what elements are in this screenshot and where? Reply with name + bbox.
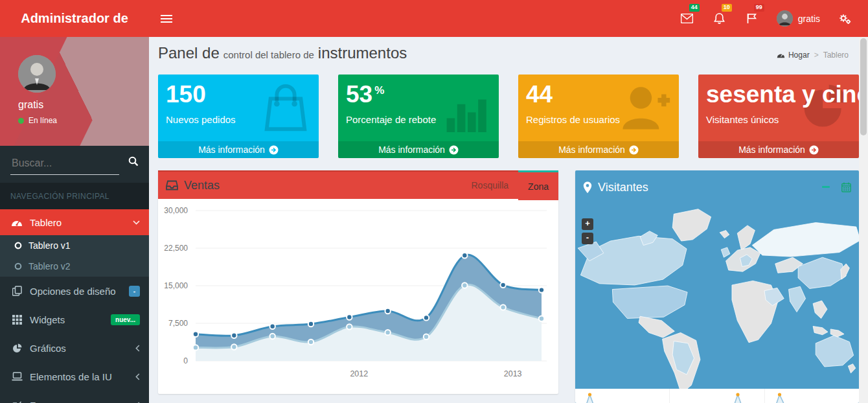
sidebar-item-elementos-iu[interactable]: Elementos de la IU: [0, 362, 149, 391]
dashboard-icon: [10, 218, 23, 227]
world-map: + -: [575, 204, 859, 389]
sidebar-user-name: gratis: [18, 99, 43, 111]
sparkline-3: [764, 389, 859, 403]
svg-text:2013: 2013: [504, 369, 522, 378]
visitors-box: Visitantes: [575, 170, 859, 403]
bell-icon: [714, 13, 725, 25]
svg-text:7,500: 7,500: [168, 319, 188, 328]
svg-text:2012: 2012: [350, 369, 368, 378]
dashboard-icon: [777, 52, 785, 58]
copy-icon: [10, 286, 23, 296]
collapse-minus-icon[interactable]: [822, 186, 830, 189]
country-usa: [612, 286, 687, 318]
circle-o-icon: [14, 262, 22, 270]
region-southeast-asia: [813, 301, 827, 318]
region-scandinavia: [737, 225, 755, 250]
breadcrumb-current: Tablero: [823, 51, 849, 60]
more-info-link[interactable]: Más información: [158, 141, 319, 158]
top-navbar: 44 10 99 gratis: [149, 0, 868, 37]
country-china: [798, 257, 846, 288]
scrollbar-thumb[interactable]: [860, 38, 867, 135]
tasks-menu[interactable]: 99: [739, 0, 765, 37]
notifications-menu[interactable]: 10: [707, 0, 733, 37]
tab-rosquilla[interactable]: Rosquilla: [461, 170, 518, 200]
notifications-badge: 10: [722, 4, 732, 12]
sidebar-user-status[interactable]: En línea: [18, 116, 57, 125]
country-iceland: [720, 231, 729, 238]
sidebar-item-tablero-v2[interactable]: Tablero v2: [0, 256, 149, 277]
info-box-porcentaje-rebote: 53% Porcentaje de rebote Más información: [338, 75, 499, 158]
sidebar-item-graficos[interactable]: Gráficos: [0, 334, 149, 362]
search-input[interactable]: [10, 155, 119, 175]
widgets-badge: nuev...: [111, 314, 140, 325]
tasks-badge: 99: [754, 4, 764, 12]
breadcrumb-separator: >: [814, 51, 819, 60]
sidebar-user-panel: gratis En línea: [0, 37, 149, 146]
sparkline-2: [669, 389, 764, 403]
sidebar-item-widgets[interactable]: Widgets nuev...: [0, 305, 149, 334]
svg-text:30,000: 30,000: [164, 206, 188, 215]
world-map-svg: [575, 204, 859, 389]
sales-box-title: Ventas: [184, 179, 220, 192]
chevron-down-icon: [133, 220, 140, 225]
more-info-link[interactable]: Más información: [518, 141, 679, 158]
page-title: Panel de: [158, 44, 220, 62]
user-menu[interactable]: gratis: [771, 10, 825, 27]
visitors-box-title: Visitantes: [598, 181, 648, 194]
brand-logo[interactable]: Administrador de: [0, 0, 149, 37]
country-australia: [816, 336, 853, 367]
grid-icon: [10, 315, 23, 325]
gears-icon: [838, 13, 851, 25]
settings-menu[interactable]: [832, 0, 858, 37]
arrow-circle-right-icon: [449, 145, 459, 155]
country-russia: [752, 223, 859, 257]
arrow-circle-right-icon: [629, 145, 639, 155]
sales-box: Ventas Rosquilla Zona 07,50015,00022,500…: [158, 170, 558, 394]
sidebar-toggle-button[interactable]: [161, 0, 189, 37]
messages-menu[interactable]: 44: [674, 0, 700, 37]
sidebar: gratis En línea NAVEGACIÓN PRINCIPAL Tab…: [0, 37, 149, 403]
info-boxes-row: 150 Nuevos pedidos Más información 53% P…: [158, 75, 859, 158]
svg-text:22,500: 22,500: [164, 244, 188, 253]
sidebar-avatar: [18, 55, 56, 93]
country-india: [789, 286, 806, 312]
map-zoom-out-button[interactable]: -: [582, 233, 593, 244]
sales-chart-tabs: Rosquilla Zona: [461, 170, 558, 200]
layout-options-badge: -: [129, 286, 140, 297]
search-icon[interactable]: [128, 156, 139, 167]
envelope-icon: [681, 14, 693, 23]
more-info-link[interactable]: Más información: [698, 141, 859, 158]
info-box-label: Porcentaje de rebote: [346, 114, 491, 125]
laptop-icon: [10, 372, 23, 381]
sales-box-header: Ventas Rosquilla Zona: [158, 170, 558, 199]
navbar-right-menu: 44 10 99 gratis: [674, 0, 868, 37]
info-box-value: 53: [346, 81, 372, 108]
country-greenland: [672, 209, 711, 241]
info-box-value: 44: [526, 81, 671, 109]
info-box-nuevos-pedidos: 150 Nuevos pedidos Más información: [158, 75, 319, 158]
svg-text:15,000: 15,000: [164, 281, 188, 290]
user-avatar: [777, 10, 793, 27]
sidebar-item-opciones-diseno[interactable]: Opciones de diseño -: [0, 277, 149, 305]
sidebar-item-tablero-v1[interactable]: Tablero v1: [0, 235, 149, 256]
page-scrollbar: [859, 37, 868, 403]
info-box-label: Visitantes únicos: [706, 114, 851, 125]
sales-area-chart: 07,50015,00022,50030,00020122013: [158, 199, 556, 392]
map-marker-icon: [583, 181, 592, 194]
user-menu-label: gratis: [798, 14, 820, 24]
sidebar-item-formas[interactable]: Formas: [0, 391, 149, 403]
visitors-box-header: Visitantes: [575, 170, 859, 204]
calendar-icon[interactable]: [841, 182, 851, 192]
info-box-label: Nuevos pedidos: [166, 114, 311, 125]
online-dot-icon: [18, 118, 24, 124]
country-new-zealand: [848, 364, 855, 373]
more-info-link[interactable]: Más información: [338, 141, 499, 158]
breadcrumb-home-link[interactable]: Hogar: [777, 51, 810, 60]
sidebar-item-tablero[interactable]: Tablero: [0, 209, 149, 235]
arrow-circle-right-icon: [809, 145, 819, 155]
tab-zona[interactable]: Zona: [518, 170, 558, 200]
edit-icon: [10, 400, 23, 403]
inbox-icon: [166, 180, 178, 190]
info-box-registros-usuarios: 44 Registros de usuarios Más información: [518, 75, 679, 158]
map-zoom-in-button[interactable]: +: [582, 218, 593, 230]
